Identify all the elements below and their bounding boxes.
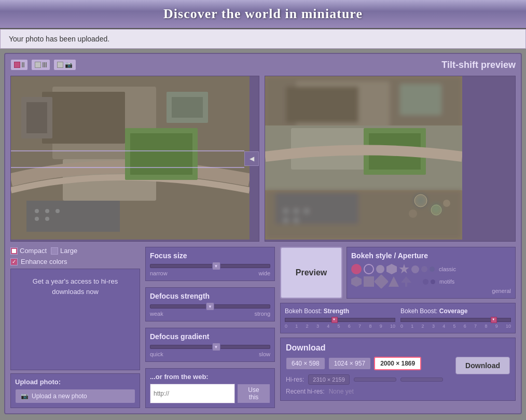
bokeh-strength-thumb[interactable] bbox=[331, 317, 338, 323]
web-url-input[interactable] bbox=[150, 384, 235, 403]
svg-point-15 bbox=[45, 217, 49, 221]
upload-label: Upload photo: bbox=[15, 378, 135, 386]
size-2000-button[interactable]: 2000 × 1869 bbox=[374, 357, 421, 370]
bokeh-title: Bokeh style / Aperture bbox=[351, 251, 511, 260]
promo-box[interactable]: Get a year's access to hi-res downloads … bbox=[10, 269, 140, 370]
camera-upload-icon: 📷 bbox=[21, 393, 29, 400]
list-lines-icon bbox=[43, 62, 47, 67]
bokeh-general-label: general bbox=[492, 288, 511, 294]
compact-option[interactable]: Compact bbox=[10, 247, 47, 255]
bokeh-coverage-scale: 01 23 45 67 89 10 bbox=[400, 324, 511, 329]
focus-size-thumb[interactable] bbox=[212, 262, 220, 270]
bokeh-circle-sm2[interactable] bbox=[411, 265, 419, 273]
focus-size-label: Focus size bbox=[150, 251, 270, 260]
grid-icon bbox=[14, 62, 20, 68]
camera-icon: 📷 bbox=[65, 61, 73, 68]
defocus-gradient-thumb[interactable] bbox=[212, 343, 220, 351]
bokeh-coverage-thumb[interactable] bbox=[491, 317, 497, 323]
bokeh-circle2[interactable] bbox=[413, 278, 421, 285]
bokeh-dot3[interactable] bbox=[431, 279, 435, 284]
bokeh-arrow[interactable] bbox=[401, 276, 411, 287]
notification-text: Your photo has been uploaded. bbox=[9, 35, 109, 43]
hires-size-label: 2310 × 2159 bbox=[313, 376, 344, 383]
svg-point-37 bbox=[443, 200, 450, 207]
svg-rect-2 bbox=[42, 92, 125, 144]
web-upload-label: ...or from the web: bbox=[150, 373, 270, 381]
defocus-gradient-group: Defocus gradient quick slow bbox=[145, 328, 275, 362]
bokeh-star[interactable] bbox=[399, 264, 409, 274]
main-container: 📷 Tilt-shift preview bbox=[4, 53, 522, 414]
bokeh-circle-sm[interactable] bbox=[376, 265, 384, 273]
compact-label: Compact bbox=[20, 247, 47, 255]
upload-section: Upload photo: 📷 Upload a new photo bbox=[10, 373, 140, 408]
bokeh-strength-track[interactable] bbox=[285, 318, 395, 322]
bokeh-boost-section: Bokeh Boost: Strength 01 23 45 67 89 10 bbox=[280, 303, 516, 333]
hires-disabled-2 bbox=[400, 377, 443, 382]
download-button[interactable]: Download bbox=[455, 357, 510, 374]
compact-radio[interactable] bbox=[10, 247, 18, 255]
enhance-colors-option[interactable]: Enhance colors bbox=[10, 258, 140, 265]
bokeh-boost-strength-group: Bokeh Boost: Strength 01 23 45 67 89 10 bbox=[285, 307, 395, 329]
bokeh-coverage-track[interactable] bbox=[400, 318, 511, 322]
filmstrip-icon bbox=[57, 62, 63, 68]
upload-new-photo-button[interactable]: 📷 Upload a new photo bbox=[15, 389, 135, 403]
preview-button[interactable]: Preview bbox=[280, 247, 342, 299]
none-yet-value: None yet bbox=[329, 388, 354, 395]
recent-hires-label: Recent hi-res: bbox=[286, 388, 325, 395]
focus-arrow[interactable]: ◀ bbox=[244, 151, 259, 166]
preview-image bbox=[265, 76, 462, 240]
size-640-button[interactable]: 640 × 598 bbox=[286, 357, 325, 370]
view-grid-button[interactable] bbox=[10, 59, 28, 71]
upload-button-label: Upload a new photo bbox=[32, 393, 87, 400]
view-options: Compact Large bbox=[10, 247, 140, 255]
defocus-strength-label: Defocus strength bbox=[150, 292, 270, 300]
download-button-label: Download bbox=[465, 361, 500, 370]
svg-rect-9 bbox=[172, 97, 203, 118]
images-row: ◀ bbox=[10, 76, 516, 242]
bokeh-square[interactable] bbox=[364, 276, 374, 287]
size-2000-label: 2000 × 1869 bbox=[380, 360, 415, 367]
header: Discover the world in miniature bbox=[0, 0, 526, 29]
enhance-colors-checkbox[interactable] bbox=[10, 258, 18, 265]
right-controls: Preview Bokeh style / Aperture cl bbox=[280, 247, 516, 408]
bokeh-classic-label: classic bbox=[439, 266, 456, 272]
size-1024-label: 1024 × 957 bbox=[334, 360, 365, 367]
svg-rect-20 bbox=[400, 84, 441, 115]
svg-rect-19 bbox=[286, 87, 358, 123]
large-radio[interactable] bbox=[51, 247, 58, 255]
bokeh-triangle[interactable] bbox=[389, 276, 399, 287]
site-title: Discover the world in miniature bbox=[6, 6, 520, 22]
svg-point-29 bbox=[304, 208, 309, 214]
view-filmstrip-button[interactable]: 📷 bbox=[53, 59, 76, 71]
size-1024-button[interactable]: 1024 × 957 bbox=[328, 357, 371, 370]
bokeh-diamond[interactable] bbox=[374, 274, 389, 289]
top-right-row: Preview Bokeh style / Aperture cl bbox=[280, 247, 516, 299]
original-image-panel: ◀ bbox=[10, 76, 259, 242]
defocus-strength-thumb[interactable] bbox=[206, 302, 214, 311]
left-controls: Compact Large Enhance colors Get a year'… bbox=[10, 247, 140, 408]
defocus-strength-range: weak strong bbox=[150, 311, 270, 317]
toolbar-left: 📷 bbox=[10, 59, 76, 71]
bokeh-circle-xs[interactable] bbox=[430, 267, 435, 272]
view-list-button[interactable] bbox=[31, 59, 50, 71]
bokeh-strength-scale: 01 23 45 67 89 10 bbox=[285, 324, 395, 329]
svg-point-34 bbox=[414, 194, 427, 207]
download-title: Download bbox=[286, 343, 510, 353]
hires-size-button[interactable]: 2310 × 2159 bbox=[308, 374, 349, 385]
use-this-button[interactable]: Use this bbox=[237, 384, 270, 403]
lines-icon bbox=[22, 62, 24, 67]
bokeh-hex2[interactable] bbox=[351, 276, 362, 287]
defocus-gradient-track[interactable] bbox=[150, 345, 270, 349]
defocus-strength-track[interactable] bbox=[150, 304, 270, 309]
bokeh-dot2[interactable] bbox=[423, 279, 428, 285]
large-option[interactable]: Large bbox=[51, 247, 77, 255]
bokeh-hexagon[interactable] bbox=[386, 264, 397, 274]
bokeh-circle-outline[interactable] bbox=[364, 264, 374, 274]
focus-size-track[interactable] bbox=[150, 264, 270, 268]
bokeh-circle-tiny[interactable] bbox=[421, 266, 427, 272]
bokeh-panel: Bokeh style / Aperture classic bbox=[347, 247, 516, 299]
bokeh-motifs-label: motifs bbox=[439, 278, 454, 285]
defocus-strength-max: strong bbox=[254, 311, 270, 317]
svg-rect-5 bbox=[130, 133, 192, 175]
bokeh-circle-filled[interactable] bbox=[351, 264, 362, 274]
